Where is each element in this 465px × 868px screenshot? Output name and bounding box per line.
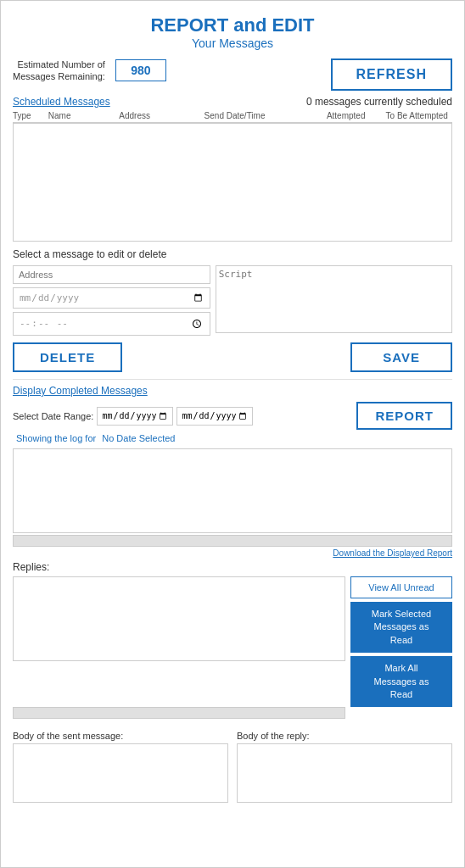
time-input[interactable] (13, 312, 210, 336)
select-message-label: Select a message to edit or delete (13, 248, 452, 260)
scheduled-messages-link[interactable]: Scheduled Messages (13, 96, 110, 108)
body-reply-label: Body of the reply: (237, 731, 452, 741)
mark-selected-button[interactable]: Mark Selected Messages as Read (350, 602, 452, 653)
date-range-end-input[interactable] (176, 407, 253, 426)
script-textarea[interactable] (216, 265, 452, 333)
replies-row: View All Unread Mark Selected Messages a… (13, 576, 452, 707)
page-title: REPORT and EDIT (13, 14, 452, 36)
estimated-label: Estimated Number ofMessages Remaining: (13, 58, 105, 83)
no-date-selected: No Date Selected (102, 433, 175, 443)
report-table-hscroll[interactable] (13, 535, 452, 547)
download-report-link[interactable]: Download the Displayed Report (13, 548, 452, 558)
col-attempted-header: Attempted (311, 111, 382, 120)
edit-right (216, 265, 452, 336)
replies-hscroll[interactable] (13, 707, 345, 719)
body-sent-col: Body of the sent message: (13, 731, 228, 805)
replies-buttons: View All Unread Mark Selected Messages a… (350, 576, 452, 707)
view-all-unread-button[interactable]: View All Unread (350, 576, 452, 598)
edit-row (13, 265, 452, 336)
body-sent-textarea[interactable] (13, 743, 228, 803)
edit-left (13, 265, 210, 336)
messages-table-area[interactable] (13, 123, 452, 242)
showing-log-row: Showing the log for No Date Selected (13, 433, 452, 443)
estimated-group: Estimated Number ofMessages Remaining: 9… (13, 58, 166, 83)
action-row: DELETE SAVE (13, 342, 452, 372)
refresh-button[interactable]: REFRESH (331, 58, 452, 91)
mark-all-button[interactable]: Mark All Messages as Read (350, 656, 452, 707)
top-area: Estimated Number ofMessages Remaining: 9… (13, 58, 452, 91)
messages-count: 0 messages currently scheduled (306, 96, 452, 108)
replies-textarea[interactable] (13, 576, 345, 661)
body-reply-textarea[interactable] (237, 743, 452, 803)
page-container: REPORT and EDIT Your Messages Estimated … (0, 0, 465, 868)
report-table-area[interactable] (13, 448, 452, 533)
body-sent-label: Body of the sent message: (13, 731, 228, 741)
col-type-header: Type (13, 111, 48, 120)
date-range-start-input[interactable] (97, 407, 173, 426)
replies-label: Replies: (13, 561, 452, 573)
save-button[interactable]: SAVE (350, 342, 452, 372)
col-tobe-header: To Be Attempted (381, 111, 452, 120)
body-row: Body of the sent message: Body of the re… (13, 731, 452, 805)
report-button[interactable]: REPORT (356, 402, 452, 430)
page-subtitle: Your Messages (13, 36, 452, 50)
table-header-row: Type Name Address Send Date/Time Attempt… (13, 109, 452, 123)
col-address-header: Address (119, 111, 204, 120)
date-range-label: Select Date Range: (13, 411, 93, 421)
body-reply-col: Body of the reply: (237, 731, 452, 805)
replies-textarea-wrap (13, 576, 345, 707)
col-name-header: Name (48, 111, 120, 120)
display-completed-link[interactable]: Display Completed Messages (13, 385, 452, 397)
section-divider (13, 379, 452, 380)
delete-button[interactable]: DELETE (13, 342, 122, 372)
replies-bottom-row (13, 707, 452, 724)
col-send-header: Send Date/Time (204, 111, 311, 120)
estimated-value: 980 (115, 59, 166, 81)
address-input[interactable] (13, 265, 210, 284)
date-range-row: Select Date Range: REPORT (13, 402, 452, 430)
replies-section: Replies: View All Unread Mark Selected M… (13, 561, 452, 724)
showing-log-label: Showing the log for (16, 433, 96, 443)
scheduled-count-row: Scheduled Messages 0 messages currently … (13, 96, 452, 108)
date-input[interactable] (13, 287, 210, 309)
